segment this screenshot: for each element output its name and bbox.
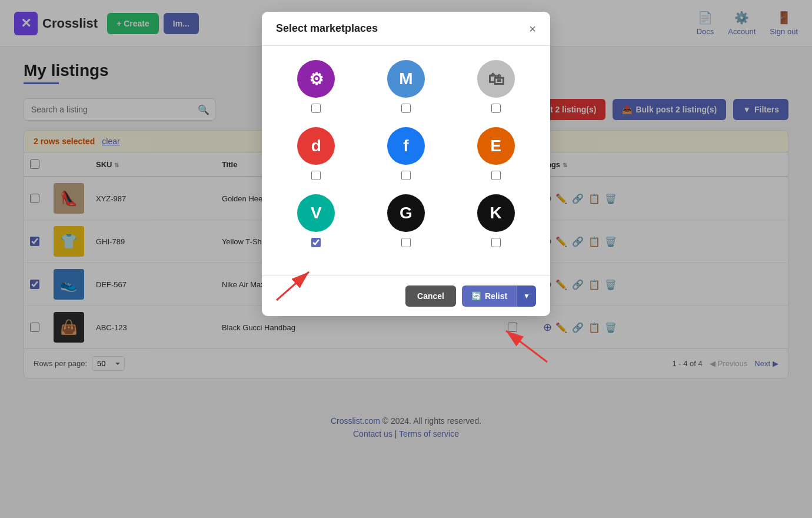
modal-footer: Cancel 🔄 Relist ▼ — [262, 275, 550, 316]
marketplace-item-etsy: E — [455, 127, 536, 180]
select-marketplaces-modal: Select marketplaces × ⚙ M 🛍 d f E V G — [262, 12, 550, 316]
relist-button-group: 🔄 Relist ▼ — [462, 285, 536, 307]
marketplace-logo-poshmark: ⚙ — [297, 60, 335, 98]
marketplace-checkbox-mercari[interactable] — [401, 104, 411, 113]
marketplace-logo-grailed: G — [387, 194, 425, 232]
relist-caret-button[interactable]: ▼ — [517, 285, 536, 307]
marketplace-logo-vinted: V — [297, 194, 335, 232]
marketplace-checkbox-facebook[interactable] — [401, 171, 411, 180]
modal-header: Select marketplaces × — [262, 12, 550, 46]
marketplace-logo-google: 🛍 — [477, 60, 515, 98]
marketplace-item-kidizen: K — [455, 194, 536, 247]
marketplace-checkbox-kidizen[interactable] — [491, 238, 501, 247]
marketplace-checkbox-vinted[interactable] — [311, 238, 321, 247]
marketplace-logo-depop: d — [297, 127, 335, 165]
marketplace-item-vinted: V — [276, 194, 357, 247]
cancel-button[interactable]: Cancel — [405, 285, 456, 307]
modal-title: Select marketplaces — [276, 22, 378, 35]
marketplace-logo-kidizen: K — [477, 194, 515, 232]
marketplace-logo-mercari: M — [387, 60, 425, 98]
marketplace-item-google: 🛍 — [455, 60, 536, 113]
modal-overlay[interactable]: Select marketplaces × ⚙ M 🛍 d f E V G — [0, 0, 812, 518]
marketplace-logo-facebook: f — [387, 127, 425, 165]
marketplace-item-depop: d — [276, 127, 357, 180]
marketplace-checkbox-grailed[interactable] — [401, 238, 411, 247]
marketplace-checkbox-poshmark[interactable] — [311, 104, 321, 113]
marketplace-checkbox-google[interactable] — [491, 104, 501, 113]
marketplace-logo-etsy: E — [477, 127, 515, 165]
marketplace-item-poshmark: ⚙ — [276, 60, 357, 113]
marketplace-item-grailed: G — [366, 194, 447, 247]
marketplace-checkbox-etsy[interactable] — [491, 171, 501, 180]
marketplace-item-facebook: f — [366, 127, 447, 180]
marketplace-item-mercari: M — [366, 60, 447, 113]
modal-close-button[interactable]: × — [529, 23, 536, 35]
relist-icon: 🔄 — [471, 291, 481, 301]
modal-body: ⚙ M 🛍 d f E V G K — [262, 46, 550, 275]
relist-button[interactable]: 🔄 Relist — [462, 285, 517, 307]
marketplace-checkbox-depop[interactable] — [311, 171, 321, 180]
marketplace-grid: ⚙ M 🛍 d f E V G K — [276, 60, 536, 247]
